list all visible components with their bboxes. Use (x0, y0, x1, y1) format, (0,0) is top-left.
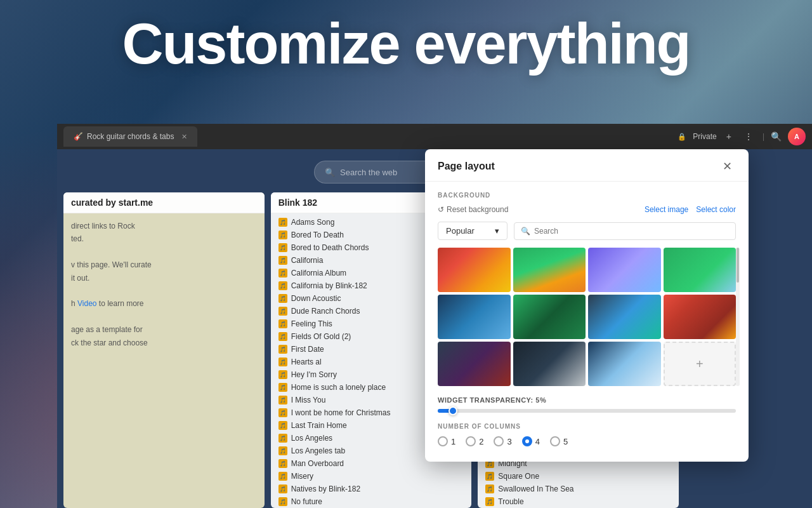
bookmark-icon: 🎵 (278, 269, 287, 277)
columns-section-label: NUMBER OF COLUMNS (438, 423, 736, 430)
bookmark-icon: 🎵 (278, 446, 287, 455)
bg-image-11[interactable] (588, 342, 661, 386)
columns-section: NUMBER OF COLUMNS 1 2 3 (438, 423, 736, 446)
item-label: Natives by Blink-182 (291, 485, 360, 493)
column-option-2[interactable]: 2 (466, 436, 483, 446)
column-option-4[interactable]: 4 (522, 436, 540, 446)
modal-header: Page layout ✕ (425, 149, 749, 182)
bookmark-icon: 🎵 (278, 408, 287, 417)
select-image-link[interactable]: Select image (645, 205, 688, 214)
more-options-button[interactable]: ⋮ (741, 130, 756, 143)
bookmark-icon: 🎵 (278, 383, 287, 392)
page-layout-modal: Page layout ✕ BACKGROUND ↺ Reset backgro… (425, 149, 749, 462)
radio-1[interactable] (438, 436, 448, 446)
radio-2[interactable] (466, 436, 476, 446)
bg-image-3[interactable] (588, 248, 661, 292)
item-label: Hey I'm Sorry (291, 370, 337, 379)
bg-image-8[interactable] (664, 295, 737, 339)
popular-dropdown[interactable]: Popular ▾ (438, 222, 508, 240)
modal-body[interactable]: BACKGROUND ↺ Reset background Select ima… (425, 182, 749, 462)
list-item[interactable]: 🎵Swallowed In The Sea (478, 483, 679, 495)
item-label: California by Blink-182 (291, 281, 367, 290)
list-item[interactable]: 🎵Square One (478, 470, 679, 483)
intro-column-body: direct links to Rock ted. v this page. W… (63, 213, 265, 508)
slider-thumb[interactable] (449, 406, 457, 415)
dropdown-label: Popular (446, 226, 475, 236)
intro-column: curated by start.me direct links to Rock… (63, 192, 265, 508)
transparency-slider[interactable] (438, 409, 736, 413)
bookmark-icon: 🎵 (278, 434, 287, 443)
modal-close-button[interactable]: ✕ (719, 159, 736, 173)
bookmark-icon: 🎵 (278, 396, 287, 404)
private-badge: Private (693, 132, 716, 141)
col-option-label: 1 (451, 437, 455, 446)
add-image-button[interactable]: + (664, 342, 737, 386)
bookmark-icon: 🎵 (278, 231, 287, 239)
item-label: Hearts al (291, 358, 322, 366)
column-option-5[interactable]: 5 (550, 436, 568, 446)
avatar[interactable]: A (788, 128, 806, 145)
separator: | (763, 132, 764, 141)
item-label: California Album (291, 269, 346, 277)
background-section-label: BACKGROUND (438, 192, 736, 199)
browser-search-icon[interactable]: 🔍 (771, 131, 782, 142)
image-search-box[interactable]: 🔍 (514, 222, 736, 240)
bookmark-icon: 🎵 (278, 307, 287, 316)
item-label: First Date (291, 345, 324, 354)
item-label: I Miss You (291, 396, 326, 404)
item-label: Los Angeles tab (291, 446, 345, 455)
item-label: Misery (291, 472, 313, 481)
list-item[interactable]: 🎵Trouble (478, 495, 679, 508)
reset-background-button[interactable]: ↺ Reset background (438, 205, 508, 214)
bookmark-icon: 🎵 (278, 332, 287, 341)
list-item[interactable]: 🎵No future (271, 495, 472, 508)
image-search-input[interactable] (534, 227, 729, 236)
bg-image-9[interactable] (438, 342, 511, 386)
col-option-label: 3 (507, 437, 511, 446)
item-label: Adams Song (291, 218, 335, 227)
bg-image-6[interactable] (513, 295, 586, 339)
tab-close-icon[interactable]: ✕ (181, 133, 187, 141)
tab-label: Rock guitar chords & tabs (87, 132, 174, 141)
bookmark-icon: 🎵 (278, 243, 287, 252)
item-label: Last Train Home (291, 421, 347, 430)
item-label: Square One (498, 472, 539, 481)
bookmark-icon: 🎵 (278, 218, 287, 227)
bg-image-4[interactable] (664, 248, 737, 292)
select-color-link[interactable]: Select color (696, 205, 736, 214)
lock-icon: 🔒 (678, 133, 686, 141)
col-option-label: 5 (563, 437, 568, 446)
bg-image-5[interactable] (438, 295, 511, 339)
bookmark-icon: 🎵 (278, 294, 287, 303)
radio-5[interactable] (550, 436, 560, 446)
intro-column-header: curated by start.me (63, 192, 265, 213)
item-label: Home is such a lonely place (291, 383, 386, 392)
column-option-1[interactable]: 1 (438, 436, 455, 446)
radio-3[interactable] (494, 436, 504, 446)
bg-image-7[interactable] (588, 295, 661, 339)
bg-image-1[interactable] (438, 248, 511, 292)
bookmark-icon: 🎵 (278, 256, 287, 265)
modal-title: Page layout (438, 161, 495, 172)
bookmark-icon: 🎵 (278, 459, 287, 468)
bg-image-10[interactable] (513, 342, 586, 386)
item-label: Bored to Death Chords (291, 243, 369, 252)
transparency-section: WIDGET TRANSPARENCY: 5% (438, 396, 736, 413)
search-icon: 🔍 (521, 227, 530, 236)
bookmark-icon: 🎵 (278, 319, 287, 328)
browser-tab[interactable]: 🎸 Rock guitar chords & tabs ✕ (63, 126, 197, 147)
list-item[interactable]: 🎵Natives by Blink-182 (271, 483, 472, 495)
image-grid: + (438, 248, 736, 386)
new-tab-button[interactable]: + (723, 130, 735, 143)
hero-title: Customize everything (0, 13, 812, 76)
column-option-3[interactable]: 3 (494, 436, 511, 446)
scrollbar-thumb[interactable] (737, 248, 739, 283)
list-item[interactable]: 🎵Misery (271, 470, 472, 483)
reset-bg-label: Reset background (447, 205, 508, 214)
bookmark-icon: 🎵 (278, 485, 287, 493)
chevron-down-icon: ▾ (495, 226, 499, 236)
bookmark-icon: 🎵 (278, 358, 287, 366)
bg-image-2[interactable] (513, 248, 586, 292)
radio-4[interactable] (522, 436, 532, 446)
bookmark-icon: 🎵 (485, 472, 494, 481)
